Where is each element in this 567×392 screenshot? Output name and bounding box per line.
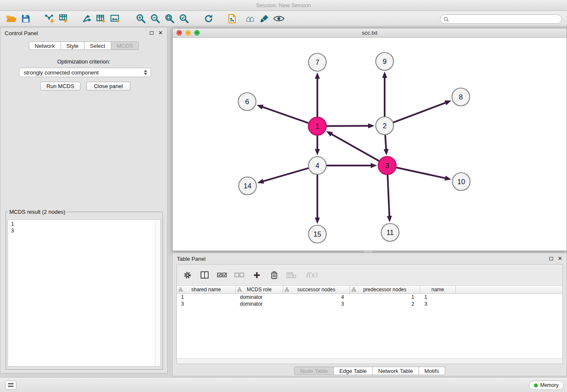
checked-boxes-icon [217, 272, 227, 278]
table-panel-title: Table Panel [177, 256, 206, 262]
tab-style[interactable]: Style [61, 41, 85, 50]
table-panel-header: Table Panel ✕ [173, 253, 567, 264]
table-mode-button[interactable] [182, 270, 193, 281]
search-box [440, 14, 562, 24]
select-all-columns-button[interactable] [217, 270, 228, 281]
function-builder-button[interactable]: f(x) [303, 270, 319, 281]
delete-table-icon [286, 272, 297, 279]
vertical-splitter-handle[interactable] [169, 190, 171, 202]
control-panel-title: Control Panel [5, 30, 38, 36]
graph-node-label: 9 [383, 58, 386, 65]
table-cell: 1 [420, 294, 456, 300]
column-header-name[interactable]: name [420, 286, 456, 293]
tab-select[interactable]: Select [85, 41, 111, 50]
graph-node-label: 7 [315, 58, 319, 66]
control-panel: Control Panel ✕ NetworkStyleSelectMCDS O… [0, 27, 168, 373]
zoom-fit-button[interactable] [162, 12, 177, 25]
zoom-window-icon[interactable]: + [194, 30, 200, 36]
delete-columns-button[interactable] [269, 270, 280, 281]
close-table-panel-icon[interactable]: ✕ [558, 257, 562, 261]
mcds-result-line: 3 [11, 227, 152, 234]
tab-network[interactable]: Network [29, 41, 61, 50]
fx-icon: f(x) [306, 271, 317, 279]
floppy-icon [22, 14, 30, 23]
show-columns-button[interactable] [199, 270, 210, 281]
graph-edge-1-2[interactable] [326, 126, 369, 126]
minimize-window-icon[interactable]: − [185, 30, 191, 36]
add-column-button[interactable] [251, 270, 262, 281]
columns-icon [201, 271, 209, 279]
table-cell: 3 [283, 301, 350, 307]
column-header-shared-name[interactable]: shared name [177, 286, 236, 293]
graph-edge-arrowhead [326, 131, 333, 137]
show-hide-button[interactable] [272, 12, 286, 25]
import-network-button[interactable] [42, 12, 57, 25]
zoom-out-button[interactable] [148, 12, 162, 25]
refresh-view-button[interactable] [201, 12, 216, 25]
tab-mcds[interactable]: MCDS [111, 41, 139, 50]
window-title: Session: New Session [256, 2, 311, 8]
graph-edge-2-3[interactable] [385, 135, 386, 150]
table-hscrollbar[interactable] [177, 358, 562, 364]
tab-network-table[interactable]: Network Table [373, 367, 419, 375]
graph-edge-2-8[interactable] [393, 102, 446, 123]
home-views-button[interactable]: ⌂⌂ [243, 12, 257, 25]
float-panel-icon[interactable] [150, 31, 154, 35]
zoom-selected-button[interactable] [177, 12, 191, 25]
delete-table-button[interactable] [286, 270, 297, 281]
graph-edge-arrowhead [368, 123, 374, 128]
graph-edge-3-1[interactable] [331, 134, 379, 161]
node-table-container: f(x) shared name MCDS role successor nod… [176, 264, 563, 364]
table-row[interactable]: 1dominator411 [177, 294, 562, 301]
column-header-mcds-role[interactable]: MCDS role [236, 286, 283, 293]
graph-edge-1-6[interactable] [262, 107, 309, 123]
tab-edge-table[interactable]: Edge Table [334, 367, 373, 375]
close-panel-button[interactable]: Close panel [86, 82, 130, 91]
node-table-body: 1dominator4113dominator323 [177, 294, 562, 307]
table-row[interactable]: 3dominator323 [177, 301, 562, 307]
run-mcds-button[interactable]: Run MCDS [40, 82, 80, 91]
horizontal-splitter-handle[interactable] [364, 250, 372, 252]
close-window-icon[interactable]: ✕ [176, 30, 182, 36]
task-history-button[interactable] [5, 381, 17, 389]
save-session-button[interactable] [19, 12, 33, 25]
import-network-icon [44, 14, 55, 23]
open-session-button[interactable] [4, 12, 19, 25]
network-canvas[interactable]: 7968124314101511 [173, 38, 567, 251]
memory-button[interactable]: Memory [529, 381, 564, 390]
export-image-button[interactable] [108, 12, 123, 25]
unchecked-boxes-icon [234, 272, 245, 278]
clone-network-button[interactable] [225, 12, 239, 25]
result-scrollbar[interactable] [155, 220, 160, 366]
criterion-dropdown[interactable]: strongly connected component [19, 68, 151, 77]
export-table-button[interactable] [94, 12, 108, 25]
main-toolbar: ⌂⌂ [0, 11, 567, 27]
graph-node-label: 15 [314, 230, 321, 238]
graph-edge-3-10[interactable] [396, 167, 446, 178]
import-table-button[interactable] [57, 12, 71, 25]
mcds-result-list[interactable]: 13 [8, 219, 161, 367]
tab-node-table[interactable]: Node Table [294, 367, 334, 375]
graph-edge-3-11[interactable] [388, 174, 389, 217]
network-window-titlebar[interactable]: ✕ − + scc.txt [173, 28, 567, 38]
graph-edge-arrowhead [315, 72, 320, 79]
tab-motifs[interactable]: Motifs [419, 367, 445, 375]
clone-network-icon [227, 14, 237, 24]
zoom-out-icon [150, 14, 160, 24]
float-table-panel-icon[interactable] [549, 257, 553, 260]
houses-icon: ⌂⌂ [246, 14, 252, 23]
graph-edge-4-14[interactable] [263, 168, 309, 182]
graph-node-label: 6 [245, 98, 249, 105]
graph-edge-arrowhead [371, 163, 377, 168]
column-header-successor-nodes[interactable]: successor nodes [283, 286, 350, 293]
unselect-all-columns-button[interactable] [234, 270, 245, 281]
search-input[interactable] [451, 16, 561, 22]
zoom-in-button[interactable] [134, 12, 148, 25]
dropdown-arrows-icon [144, 70, 147, 75]
close-panel-icon[interactable]: ✕ [158, 31, 163, 35]
apply-style-button[interactable] [257, 12, 272, 25]
share-network-button[interactable] [80, 12, 94, 25]
table-panel: Table Panel ✕ [172, 253, 567, 376]
column-header-predecessor-nodes[interactable]: predecessor nodes [350, 286, 420, 293]
network-graph: 7968124314101511 [173, 38, 567, 251]
